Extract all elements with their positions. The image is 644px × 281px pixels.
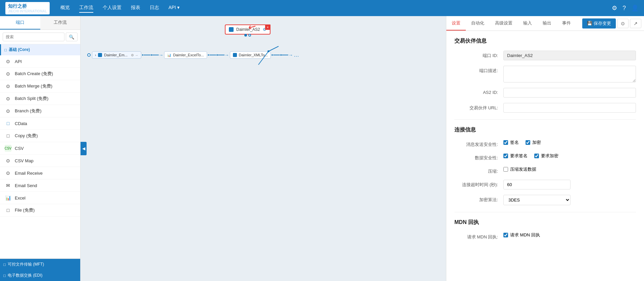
batch-merge-icon: ⊙ [5,83,11,90]
branch-icon: ⊙ [5,108,11,114]
sidebar-item-csv-map[interactable]: ⊙ CSV Map [0,155,80,167]
email-receive-icon: ⊙ [5,170,11,176]
checkbox-req-encrypt-input[interactable] [534,154,539,158]
right-panel-actions: 💾 保存变更 ⊙ ↗ [582,18,644,29]
checkbox-compress-input[interactable] [503,167,508,172]
save-button[interactable]: 💾 保存变更 [582,18,616,29]
tab-advanced[interactable]: 高级设置 [490,16,518,31]
checkbox-compress-data[interactable]: 压缩发送数据 [503,166,536,172]
sidebar-item-csv[interactable]: CSV CSV [0,142,80,155]
checkbox-sign-input[interactable] [503,140,508,145]
form-row-msg-security: 消息发送安全性: 签名 加密 [454,139,636,148]
sidebar-content: □ 基础 (Core) ⊙ API ⊙ Batch Create (免费) ⊙ … [0,44,80,259]
nav-reports[interactable]: 报表 [131,3,140,13]
section-title-mdn: MDN 回执 [454,219,636,226]
sidebar-item-file[interactable]: □ File (免费) [0,204,80,217]
nav-personal-settings[interactable]: 个人设置 [103,3,121,13]
tab-workflow[interactable]: 工作流 [40,16,81,30]
input-as2id[interactable] [503,88,636,98]
right-panel: 设置 自动化 高级设置 输入 输出 事件 💾 保存变更 ⊙ ↗ 交易伙伴信息 端… [446,16,644,281]
checkbox-mdn[interactable]: 请求 MDN 回执 [503,232,540,238]
collapse-sidebar-btn[interactable]: ◀ [81,142,87,155]
settings-icon-btn[interactable]: ⚙ [612,4,617,12]
checkbox-sign[interactable]: 签名 [503,139,519,146]
checkbox-req-encrypt[interactable]: 要求加密 [534,153,558,159]
top-nav: 知行之桥 JIECHI INTERNATIONAL 概览 工作流 个人设置 报表… [0,0,644,16]
input-timeout[interactable] [503,180,571,189]
nav-dot-left[interactable] [244,34,247,37]
form-row-port-id: 端口 ID: [454,51,636,60]
nav-api[interactable]: API ▾ [168,3,180,13]
svg-line-1 [268,46,279,51]
nav-dot-right[interactable] [248,34,251,37]
checkbox-encrypt-input[interactable] [526,140,530,145]
sidebar-item-branch[interactable]: ⊙ Branch (免费) [0,105,80,117]
checkbox-req-sign[interactable]: 要求签名 [503,153,528,159]
wf-node-excel[interactable]: 📊 Daimler_ExcelTo... [164,51,207,59]
sidebar-edi[interactable]: □ 电子数据交换 (EDI) [0,270,80,281]
logo-area: 知行之桥 JIECHI INTERNATIONAL [5,2,50,14]
search-input[interactable] [3,33,64,41]
help-icon-btn[interactable]: ? [623,5,626,12]
node-excel-label: Daimler_ExcelTo... [173,53,204,57]
input-port-id [503,51,636,60]
nav-workflow[interactable]: 工作流 [79,3,93,13]
file-icon: □ [5,207,11,214]
panel-icon-btn1[interactable]: ⊙ [617,19,629,28]
search-button[interactable]: 🔍 [66,33,78,41]
sidebar-item-email-send[interactable]: ✉ Email Send [0,179,80,192]
form-row-as2id: AS2 ID: [454,88,636,98]
sidebar-item-batch-split[interactable]: ⊙ Batch Split (免费) [0,93,80,105]
user-icon-btn[interactable]: 👤 [631,4,639,12]
logo-sub: JIECHI INTERNATIONAL [8,9,47,13]
form-row-data-security: 数据安全性: 要求签名 要求加密 [454,153,636,161]
node-nav-dots [244,34,251,37]
top-nav-items: 概览 工作流 个人设置 报表 日志 API ▾ [60,3,612,13]
form-row-partner-url: 交易伙伴 URL: [454,103,636,113]
sidebar-item-excel[interactable]: 📊 Excel [0,192,80,204]
sidebar-item-email-receive[interactable]: ⊙ Email Receive [0,167,80,179]
sidebar-section-core: □ 基础 (Core) [0,44,80,55]
nav-logs[interactable]: 日志 [150,3,159,13]
section-divider-2 [454,212,636,212]
panel-icon-btn2[interactable]: ↗ [630,19,641,28]
sidebar-item-api[interactable]: ⊙ API [0,55,80,68]
sidebar-item-copy[interactable]: □ Copy (免费) [0,130,80,142]
sidebar-item-batch-create[interactable]: ⊙ Batch Create (免费) [0,68,80,80]
right-panel-content: 交易伙伴信息 端口 ID: 端口描述: AS2 ID: 交易伙伴 URL: 连接… [446,31,644,281]
sidebar-mft[interactable]: □ 可控文件传输 (MFT) [0,259,80,270]
input-port-desc[interactable] [503,66,636,82]
checkbox-encrypt[interactable]: 加密 [526,139,541,146]
checkbox-req-sign-input[interactable] [503,154,508,158]
tab-output[interactable]: 输出 [537,16,557,31]
tab-event[interactable]: 事件 [557,16,576,31]
tab-automation[interactable]: 自动化 [466,16,490,31]
checkbox-group-data-security: 要求签名 要求加密 [503,153,636,159]
right-panel-header: 设置 自动化 高级设置 输入 输出 事件 💾 保存变更 ⊙ ↗ [446,16,644,31]
email-send-icon: ✉ [5,182,11,189]
svg-point-2 [267,50,269,52]
label-mdn: 请求 MDN 回执: [454,232,498,240]
sidebar-item-batch-merge[interactable]: ⊙ Batch Merge (免费) [0,80,80,93]
tab-settings[interactable]: 设置 [446,16,466,31]
sidebar-item-cdata[interactable]: □ CData [0,117,80,130]
csv-icon: CSV [5,145,11,152]
svg-line-0 [258,51,268,65]
save-icon: 💾 [587,21,592,26]
section-divider-1 [454,119,636,120]
logo-text: 知行之桥 [8,3,27,9]
tab-port[interactable]: 端口 [0,16,40,30]
checkbox-group-mdn: 请求 MDN 回执 [503,232,636,238]
sidebar-tabs: 端口 工作流 [0,16,80,30]
node-close-button[interactable]: × [265,24,270,30]
checkbox-mdn-input[interactable] [503,233,508,237]
cdata-icon: □ [5,120,11,127]
select-encryption[interactable]: 3DES AES128 AES192 AES256 [503,195,571,205]
label-compress: 压缩: [454,166,498,174]
mft-icon: □ [3,262,6,267]
input-partner-url[interactable] [503,103,636,113]
wf-node-email[interactable]: › Daimler_Em... ⚙ → [92,51,141,59]
nav-overview[interactable]: 概览 [60,3,70,13]
tab-input[interactable]: 输入 [518,16,537,31]
label-data-security: 数据安全性: [454,153,498,161]
